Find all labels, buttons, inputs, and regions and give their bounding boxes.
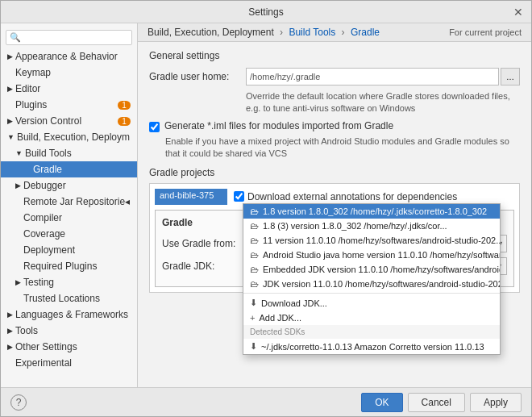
sidebar-item-label: Plugins — [15, 99, 47, 111]
breadcrumb-build-tools: Build Tools — [289, 27, 335, 38]
action-buttons: OK Cancel Apply — [361, 393, 522, 412]
expand-icon: ▶ — [7, 327, 13, 335]
sidebar-item-label: Tools — [15, 325, 38, 336]
folder-icon: 🗁 — [250, 250, 259, 260]
sidebar-item-build-tools[interactable]: ▼ Build Tools — [1, 145, 137, 161]
search-input[interactable] — [23, 33, 128, 43]
sidebar-item-label: Gradle — [33, 164, 62, 175]
folder-icon: 🗁 — [250, 265, 259, 274]
jdk-item-label: 11 version 11.0.10 /home/hzy/softwares/a… — [263, 236, 500, 245]
sidebar-item-tools[interactable]: ▶ Tools — [1, 323, 137, 339]
folder-icon: 🗁 — [250, 206, 259, 216]
sidebar-item-build-execution[interactable]: ▼ Build, Execution, Deploym — [1, 129, 137, 145]
folder-icon: 🗁 — [250, 221, 259, 231]
expand-icon: ▶ — [7, 85, 13, 93]
folder-icon: 🗁 — [250, 236, 259, 245]
jdk-list-item[interactable]: 🗁 11 version 11.0.10 /home/hzy/softwares… — [243, 233, 500, 248]
apply-button[interactable]: Apply — [470, 393, 522, 412]
download-jdk-item[interactable]: ⬇ Download JDK... — [243, 295, 500, 311]
gradle-user-home-hint: Override the default location where Grad… — [246, 90, 520, 115]
project-tag: and-bible-375 — [155, 189, 227, 205]
sidebar-item-keymap[interactable]: ▶ Keymap — [1, 65, 137, 81]
sidebar-item-remote-jar[interactable]: ▶ Remote Jar Repositorie◂ — [1, 194, 137, 210]
jdk-list-item[interactable]: 🗁 Android Studio java home version 11.0.… — [243, 248, 500, 262]
iml-checkbox-label: Generate *.iml files for modules importe… — [164, 120, 393, 131]
sidebar-item-required-plugins[interactable]: ▶ Required Plugins — [1, 258, 137, 274]
expand-icon: ▶ — [15, 181, 21, 190]
sidebar-item-languages[interactable]: ▶ Languages & Frameworks — [1, 306, 137, 323]
sidebar-item-testing[interactable]: ▶ Testing — [1, 274, 137, 290]
sidebar-item-label: Compiler — [23, 212, 62, 223]
for-project-label: For current project — [449, 27, 522, 37]
download-icon: ⬇ — [250, 341, 257, 352]
sidebar-item-appearance[interactable]: ▶ Appearance & Behavior — [1, 48, 137, 65]
breadcrumb-gradle: Gradle — [351, 27, 380, 38]
breadcrumb-bar: Build, Execution, Deployment › Build Too… — [138, 23, 531, 42]
iml-checkbox[interactable] — [149, 122, 160, 132]
jdk-detected-label: ~/.jdks/corretto-11.0.13 Amazon Corretto… — [261, 342, 484, 352]
sidebar-item-editor[interactable]: ▶ Editor — [1, 81, 137, 97]
browse-button[interactable]: … — [501, 68, 520, 85]
sidebar-item-plugins[interactable]: ▶ Plugins 1 — [1, 97, 137, 113]
sidebar-item-label: Build, Execution, Deploym — [17, 131, 130, 143]
bottom-bar: ? OK Cancel Apply — [1, 387, 531, 416]
download-icon: ⬇ — [250, 298, 257, 308]
gradle-projects-title: Gradle projects — [149, 167, 520, 178]
gradle-user-home-row: Gradle user home: … — [149, 68, 520, 85]
settings-dialog: Settings ✕ 🔍 ▶ Appearance & Behavior ▶ K… — [0, 0, 532, 417]
sidebar-item-other-settings[interactable]: ▶ Other Settings — [1, 339, 137, 355]
download-annotations-label: Download external annotations for depend… — [247, 191, 457, 202]
sidebar-item-label: Required Plugins — [23, 261, 97, 272]
plugins-badge: 1 — [118, 101, 131, 110]
vc-badge: 1 — [118, 117, 131, 126]
sidebar-item-label: Trusted Locations — [23, 293, 100, 304]
sidebar-item-label: Testing — [23, 277, 54, 288]
dialog-title: Settings — [20, 6, 512, 18]
breadcrumb-sep2: › — [342, 27, 345, 38]
search-box[interactable]: 🔍 — [6, 30, 132, 45]
sidebar-item-label: Coverage — [23, 228, 65, 240]
sidebar-item-label: Editor — [15, 83, 40, 94]
gradle-user-home-input[interactable] — [246, 68, 499, 85]
jdk-list-item[interactable]: 🗁 Embedded JDK version 11.0.10 /home/hzy… — [243, 262, 500, 277]
jdk-list-item[interactable]: 🗁 1.8 (3) version 1.8.0_302 /home/hzy/.j… — [243, 219, 500, 233]
project-checkbox-row: and-bible-375 Download external annotati… — [155, 189, 514, 205]
sidebar-item-trusted-locations[interactable]: ▶ Trusted Locations — [1, 290, 137, 306]
sidebar: 🔍 ▶ Appearance & Behavior ▶ Keymap ▶ Edi… — [1, 23, 138, 387]
sidebar-item-label: Experimental — [15, 357, 72, 369]
sidebar-item-coverage[interactable]: ▶ Coverage — [1, 226, 137, 242]
add-icon: + — [250, 313, 255, 323]
ok-button[interactable]: OK — [361, 393, 402, 412]
content-area: 🔍 ▶ Appearance & Behavior ▶ Keymap ▶ Edi… — [1, 23, 531, 387]
jdk-item-label: Android Studio java home version 11.0.10… — [263, 250, 500, 260]
breadcrumb: Build, Execution, Deployment › Build Too… — [148, 27, 380, 38]
jdk-list-item[interactable]: 🗁 JDK version 11.0.10 /home/hzy/software… — [243, 277, 500, 291]
help-button[interactable]: ? — [10, 394, 27, 411]
sidebar-item-label: Debugger — [23, 180, 66, 191]
download-annotations-checkbox[interactable] — [234, 191, 244, 202]
expand-icon: ▶ — [7, 311, 13, 319]
breadcrumb-build: Build, Execution, Deployment — [148, 27, 274, 38]
sidebar-item-deployment[interactable]: ▶ Deployment — [1, 242, 137, 258]
main-panel: Build, Execution, Deployment › Build Too… — [138, 23, 531, 387]
close-button[interactable]: ✕ — [512, 6, 525, 19]
jdk-selected-item[interactable]: 🗁 1.8 version 1.8.0_302 /home/hzy/.jdks/… — [243, 204, 500, 219]
gradle-user-home-label: Gradle user home: — [149, 71, 246, 82]
sidebar-item-compiler[interactable]: ▶ Compiler — [1, 210, 137, 226]
search-icon: 🔍 — [10, 32, 21, 43]
jdk-item-label: Embedded JDK version 11.0.10 /home/hzy/s… — [263, 265, 500, 274]
sidebar-item-label: Languages & Frameworks — [15, 309, 128, 320]
jdk-item-label: 1.8 (3) version 1.8.0_302 /home/hzy/.jdk… — [263, 221, 447, 231]
cancel-button[interactable]: Cancel — [408, 393, 465, 412]
main-content: General settings Gradle user home: … Ove… — [138, 42, 531, 387]
sidebar-item-debugger[interactable]: ▶ Debugger — [1, 177, 137, 194]
sidebar-item-gradle[interactable]: ▶ Gradle — [1, 161, 137, 177]
jdk-detected-item[interactable]: ⬇ ~/.jdks/corretto-11.0.13 Amazon Corret… — [243, 339, 500, 354]
general-settings-title: General settings — [149, 50, 520, 61]
sidebar-item-version-control[interactable]: ▶ Version Control 1 — [1, 113, 137, 129]
add-jdk-item[interactable]: + Add JDK... — [243, 311, 500, 325]
breadcrumb-sep1: › — [280, 27, 283, 38]
expand-icon: ▶ — [7, 117, 13, 125]
sidebar-item-label: Build Tools — [25, 148, 72, 159]
sidebar-item-experimental[interactable]: ▶ Experimental — [1, 355, 137, 371]
